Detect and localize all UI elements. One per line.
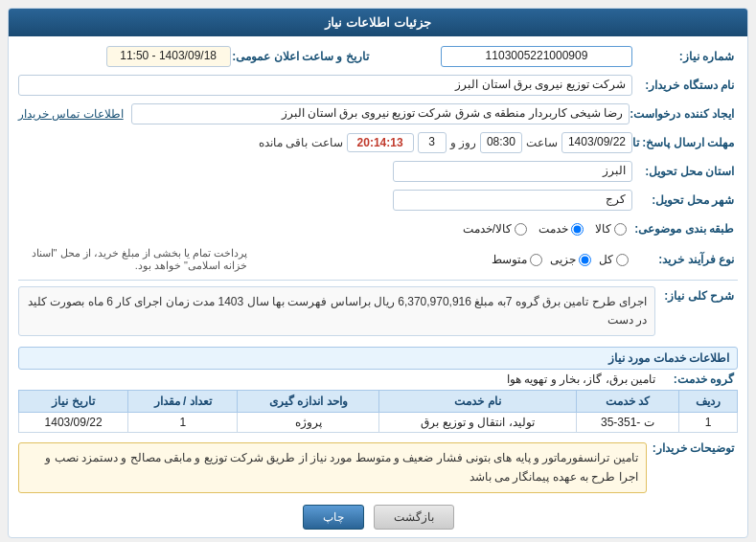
col-header-qty: تعداد / مقدار [128,391,238,413]
table-cell: 1403/09/22 [19,413,128,433]
col-header-row: ردیف [679,391,738,413]
category-radio-group: کالا خدمت کالا/خدمت [18,222,632,236]
card-header-title: جزئیات اطلاعات نیاز [9,9,747,36]
province-value: البرز [393,161,632,182]
date-value: 1403/09/18 - 11:50 [106,46,231,67]
process-option-all[interactable]: کل [599,253,629,266]
process-type-group: کل جزیی متوسط پرداخت تمام یا بخشی از مبل… [18,245,632,274]
remaining-value: 20:14:13 [347,133,414,152]
need-number-label: شماره نیاز: [632,50,738,63]
deadline-date: 1403/09/22 [561,132,632,153]
table-cell: تولید، انتقال و توزیع برق [379,413,576,433]
main-description-label: شرح کلی نیاز: [661,286,738,303]
process-option-partial[interactable]: جزیی [550,253,591,266]
province-label: استان محل تحویل: [632,165,738,178]
table-cell: پروژه [238,413,379,433]
requester-label: ایجاد کننده درخواست: [630,107,738,121]
back-button[interactable]: بازگشت [374,505,454,530]
category-option-kala[interactable]: کالا [595,222,627,236]
days-label: روز و [450,136,476,149]
group-value: تامین برق، گاز، بخار و تهویه هوا [18,373,661,386]
category-option-kala-khedmat[interactable]: کالا/خدمت [463,222,527,236]
remaining-label: ساعت باقی مانده [259,136,343,149]
requester-contact-link[interactable]: اطلاعات تماس خریدار [18,107,124,121]
group-label: گروه خدمت: [661,373,738,386]
city-value: کرج [393,190,632,211]
requester-value: رضا شیخی کاربردار منطقه ی شرق شرکت توزیع… [131,103,630,124]
city-label: شهر محل تحویل: [632,193,738,207]
deadline-time-value: 08:30 [480,132,522,153]
table-row: 1ت -351-35تولید، انتقال و توزیع برقپروژه… [19,413,738,433]
action-buttons: بازگشت چاپ [18,505,738,530]
col-header-name: نام خدمت [379,391,576,413]
table-cell: ت -351-35 [576,413,678,433]
buyer-notes-text: تامین ترانسفورماتور و پایه های بتونی فشا… [18,442,647,492]
services-section-header: اطلاعات خدمات مورد نیاز [18,347,738,370]
deadline-label: مهلت ارسال پاسخ: تا [632,136,738,149]
date-label: تاریخ و ساعت اعلان عمومی: [231,50,375,63]
category-option-khedmat[interactable]: خدمت [538,222,584,236]
need-number-value: 1103005221000909 [441,46,632,67]
divider-1 [18,280,738,281]
col-header-unit: واحد اندازه گیری [238,391,379,413]
table-cell: 1 [128,413,238,433]
col-header-code: کد خدمت [576,391,678,413]
buyer-value: شرکت توزیع نیروی برق استان البرز [18,75,632,96]
process-option-medium[interactable]: متوسط [492,253,542,266]
print-button[interactable]: چاپ [303,505,364,530]
buyer-label: نام دستگاه خریدار: [632,79,738,92]
col-header-date: تاریخ نیاز [19,391,128,413]
days-value: 3 [418,132,447,153]
main-description-text: اجرای طرح تامین برق گروه 7به مبلغ 6,370,… [18,286,655,336]
services-table: ردیف کد خدمت نام خدمت واحد اندازه گیری ت… [18,390,738,433]
payment-note: پرداخت تمام یا بخشی از مبلغ خرید، از محل… [18,245,253,274]
buyer-notes-label: توضیحات خریدار: [653,439,738,455]
category-label: طبقه بندی موضوعی: [632,222,738,236]
table-cell: 1 [679,413,738,433]
deadline-time-label: ساعت [526,136,558,149]
process-label: نوع فرآیند خرید: [632,253,738,266]
